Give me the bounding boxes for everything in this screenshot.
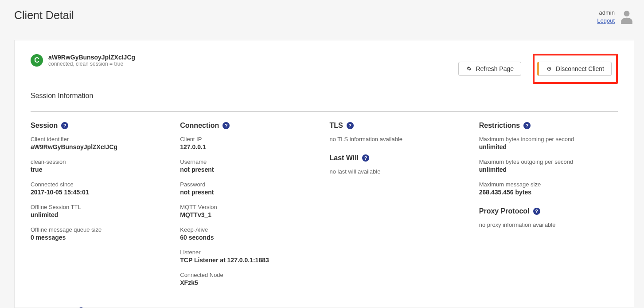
field-label: Maximum bytes incoming per second [479,136,618,142]
session-column: Session ? Client identifier aW9RwGyBunso… [31,122,180,249]
client-card: C aW9RwGyBunsoyJplZXcIJCg connected, cle… [14,40,634,308]
disconnect-icon [546,66,552,72]
refresh-label: Refresh Page [476,66,514,72]
field-value: 127.0.0.1 [180,143,319,150]
field-label: MQTT Version [180,204,319,210]
help-icon[interactable]: ? [347,122,354,129]
field-value: unlimited [31,211,169,218]
field-label: Connected Node [180,272,319,278]
proxy-info: no proxy information available [479,221,618,228]
field-value: unlimited [479,166,618,173]
field-label: Maximum bytes outgoing per second [479,158,618,165]
lastwill-heading: Last Will [330,154,359,162]
field-value: 268.435.456 bytes [479,189,618,196]
restrictions-column: Restrictions ? Maximum bytes incoming pe… [479,122,618,238]
field-label: Client identifier [31,136,169,142]
disconnect-button[interactable]: Disconnect Client [537,62,612,76]
field-value: not present [180,189,319,196]
help-icon[interactable]: ? [533,208,540,215]
lastwill-info: no last will available [330,168,468,175]
session-info-title: Session Information [31,92,618,100]
field-label: Maximum message size [479,181,618,188]
field-value: 0 messages [31,234,169,241]
field-value: unlimited [479,143,618,150]
status-badge: C [31,54,43,67]
client-header: C aW9RwGyBunsoyJplZXcIJCg connected, cle… [31,54,135,67]
field-label: Offline Session TTL [31,204,169,210]
field-value: 2017-10-05 15:45:01 [31,189,169,196]
field-label: Password [180,181,319,188]
field-value: XFzk5 [180,279,319,286]
help-icon[interactable]: ? [61,122,68,129]
field-label: Connected since [31,181,169,188]
session-heading: Session [31,122,58,130]
field-value: not present [180,166,319,173]
field-label: Offline message queue size [31,226,169,233]
user-area: admin Logout [597,9,634,25]
field-value: aW9RwGyBunsoyJplZXcIJCg [31,143,169,150]
page-title: Client Detail [14,9,74,22]
field-value: true [31,166,169,173]
disconnect-label: Disconnect Client [556,66,604,72]
divider [31,111,618,112]
field-label: clean-session [31,158,169,165]
field-value: 60 seconds [180,234,319,241]
username-label: admin [597,9,615,17]
tls-heading: TLS [330,122,343,130]
field-value: MQTTv3_1 [180,211,319,218]
svg-point-1 [549,68,550,69]
field-label: Keep-Alive [180,226,319,233]
refresh-button[interactable]: Refresh Page [458,62,521,76]
connection-column: Connection ? Client IP 127.0.0.1 Usernam… [180,122,329,294]
refresh-icon [466,66,472,72]
field-label: Listener [180,249,319,256]
field-label: Username [180,158,319,165]
tls-info: no TLS information available [330,136,468,142]
help-icon[interactable]: ? [523,122,531,129]
logout-link[interactable]: Logout [597,17,615,24]
proxy-heading: Proxy Protocol [479,207,530,215]
client-subtitle: connected, clean session = true [48,61,135,67]
tls-column: TLS ? no TLS information available Last … [330,122,479,185]
connection-heading: Connection [180,122,219,130]
disconnect-highlight: Disconnect Client [533,54,618,84]
restrictions-heading: Restrictions [479,122,520,130]
avatar [619,9,634,24]
client-id: aW9RwGyBunsoyJplZXcIJCg [48,54,135,61]
help-icon[interactable]: ? [362,154,369,162]
field-label: Client IP [180,136,319,142]
help-icon[interactable]: ? [222,122,230,129]
field-value: TCP Listener at 127.0.0.1:1883 [180,257,319,264]
